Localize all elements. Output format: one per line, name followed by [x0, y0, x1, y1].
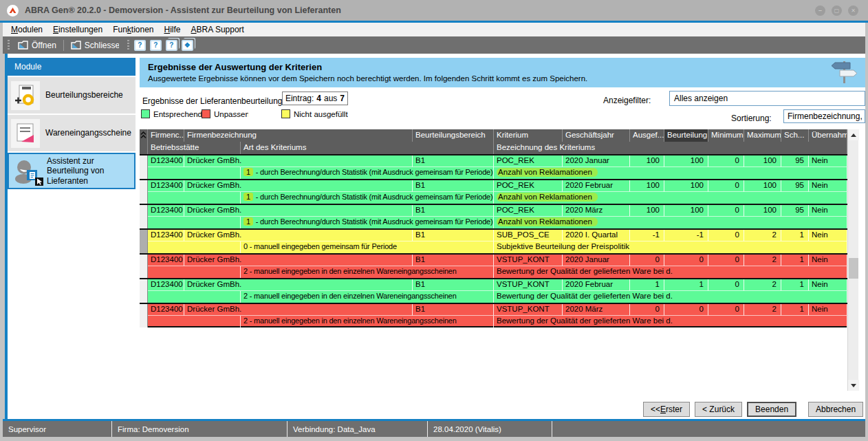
beenden-button[interactable]: Beenden — [747, 402, 796, 417]
entry-total: 7 — [340, 94, 345, 103]
column-header-betriebsstätte[interactable]: Betriebsstätte — [148, 142, 241, 154]
highlighter-annotation: 1 — [243, 217, 253, 226]
cell-schwelle: 1 — [781, 304, 809, 316]
vertical-scrollbar[interactable] — [847, 129, 858, 391]
help-bubble-icon[interactable]: ? — [134, 40, 146, 51]
legend-label: Unpassend — [214, 110, 248, 118]
menu-item-hilfe[interactable]: Hilfe — [164, 25, 181, 34]
footer-buttons: << Erster< ZurückBeendenAbbrechen — [643, 402, 863, 417]
toolbar-drag-handle[interactable] — [127, 40, 129, 51]
menu-item-abra-support[interactable]: ABRA Support — [191, 25, 244, 34]
cell-minimum: 0 — [708, 230, 744, 241]
column-header-bezeichnung-des-kriteriums[interactable]: Bezeichnung des Kriteriums — [494, 142, 847, 154]
column-header-beurteilungsbereich[interactable]: Beurteilungsbereich — [413, 129, 494, 142]
cell-art-des-kriteriums: 1 - durch Berechnung/durch Statistik (mi… — [241, 167, 494, 179]
cell-maximum: 2 — [744, 230, 781, 241]
cell-bezeichnung-des-kriteriums: Bewertung der Qualität der gelieferten W… — [494, 266, 847, 278]
cell-minimum: 0 — [708, 255, 744, 266]
cell-geschaeftsjahr: 2020 Januar — [563, 155, 630, 167]
scroll-down-icon[interactable] — [848, 380, 859, 391]
cell-betriebsstaette — [148, 291, 241, 303]
titlebar: ABRA Gen® 20.2.0 - Demoversion - Assiste… — [0, 0, 868, 21]
cell-bezeichnung-des-kriteriums: Anzahl von Reklamationen — [494, 192, 847, 204]
cell-beurteilungsbereich: B1 — [413, 155, 494, 167]
table-row[interactable]: D123400Drücker GmBh.B1POC_REK2020 Februa… — [140, 179, 858, 204]
help-pages-icon[interactable]: ? — [166, 40, 177, 51]
sidebar-item-label: Assistent zur Beurteilung von Lieferante… — [47, 156, 131, 186]
menu-item-einstellungen[interactable]: Einstellungen — [53, 25, 102, 34]
column-header-kriterium[interactable]: Kriterium — [494, 129, 563, 142]
table-row[interactable]: D123400Drücker GmBh.B1SUB_POS_CE2020 I. … — [140, 228, 858, 253]
table-row[interactable]: D123400Drücker GmBh.B1POC_REK2020 März10… — [140, 204, 858, 228]
table-row[interactable]: D123400Drücker GmBh.B1POC_REK2020 Januar… — [140, 154, 858, 179]
cell-geschaeftsjahr: 2020 März — [563, 205, 630, 217]
column-header-beurteilung[interactable]: Beurteilung — [664, 129, 708, 142]
column-header-sch[interactable]: Sch... — [781, 129, 809, 142]
cell-geschaeftsjahr: 2020 März — [563, 304, 630, 316]
open-button[interactable]: Öffnen — [14, 39, 60, 52]
status-filler — [552, 421, 865, 437]
assessment-areas-icon — [11, 81, 40, 110]
cell-bezeichnung-des-kriteriums: Subjektive Beurteilung der Preispolitik — [494, 241, 847, 253]
collapse-all-icon[interactable] — [140, 129, 148, 154]
table-row[interactable]: D123400Drücker GmBh.B1VSTUP_KONT2020 Mär… — [140, 303, 858, 327]
cell-firmenbezeichnung: Drücker GmBh. — [184, 205, 413, 217]
cell-maximum: 2 — [744, 304, 781, 316]
row-marker — [140, 155, 148, 179]
zurück-button[interactable]: < Zurück — [695, 402, 742, 417]
results-grid: Firmenc...FirmenbezeichnungBeurteilungsb… — [140, 129, 858, 391]
close-icon[interactable] — [848, 6, 858, 16]
sidebar-header: Module — [8, 58, 135, 76]
menubar: ModulenEinstellungenFunktionenHilfeABRA … — [3, 23, 865, 36]
close-module-button[interactable]: Schliessen — [67, 39, 122, 52]
column-header-übernahme[interactable]: Übernahme — [809, 129, 847, 142]
sort-select[interactable]: Firmenbezeichnung, Ge — [783, 109, 865, 123]
sidebar-item-assistent-zur-beurteilung-von-lieferanten[interactable]: Assistent zur Beurteilung von Lieferante… — [8, 153, 135, 189]
entry-of-word: aus — [324, 94, 337, 103]
cell-betriebsstaette — [148, 167, 241, 179]
column-header-firmenc[interactable]: Firmenc... — [148, 129, 184, 142]
legend-label: Nicht ausgefüllt — [294, 110, 348, 118]
cell-art-des-kriteriums: 1 - durch Berechnung/durch Statistik (mi… — [241, 217, 494, 228]
cell-kriterium: POC_REK — [494, 180, 563, 192]
column-header-firmenbezeichnung[interactable]: Firmenbezeichnung — [184, 129, 413, 142]
menu-item-modulen[interactable]: Modulen — [11, 25, 43, 34]
toolbar-drag-handle[interactable] — [8, 40, 10, 51]
column-header-maximum[interactable]: Maximum — [744, 129, 781, 142]
supplier-wizard-icon — [12, 157, 41, 186]
scrollbar-thumb[interactable] — [849, 258, 858, 279]
page-title: Ergebnisse der Auswertung der Kriterien — [148, 62, 857, 72]
sidebar-item-wareneingangsscheine[interactable]: Wareneingangsscheine — [8, 115, 135, 151]
highlighter-annotation: Anzahl von Reklamationen — [497, 217, 598, 226]
maximize-icon[interactable] — [832, 6, 842, 16]
cell-minimum: 0 — [708, 205, 744, 217]
about-pages-icon[interactable]: ❖ — [182, 40, 193, 51]
cell-geschaeftsjahr: 2020 I. Quartal — [563, 230, 630, 241]
cell-firmencode: D123400 — [148, 155, 184, 167]
column-header-ausgef[interactable]: Ausgef... — [630, 129, 664, 142]
abbrechen-button[interactable]: Abbrechen — [808, 402, 863, 417]
erster-button[interactable]: << Erster — [643, 402, 690, 417]
table-row[interactable]: D123400Drücker GmBh.B1VSTUP_KONT2020 Jan… — [140, 253, 858, 278]
folder-open-icon — [18, 41, 28, 50]
sort-label: Sortierung: — [731, 114, 772, 123]
cell-beurteilungsbereich: B1 — [413, 230, 494, 241]
column-header-geschäftsjahr[interactable]: Geschäftsjahr — [563, 129, 630, 142]
cell-geschaeftsjahr: 2020 Januar — [563, 255, 630, 266]
cell-firmencode: D123400 — [148, 180, 184, 192]
highlighter-annotation: Anzahl von Reklamationen — [497, 193, 598, 202]
sidebar-item-label: Beurteilungsbereiche — [45, 90, 123, 100]
help-box-icon[interactable]: ? — [150, 40, 162, 51]
menu-item-funktionen[interactable]: Funktionen — [113, 25, 153, 34]
sidebar-item-beurteilungsbereiche[interactable]: Beurteilungsbereiche — [8, 77, 135, 114]
scroll-up-icon[interactable] — [848, 129, 859, 140]
cell-schwelle: 95 — [781, 180, 809, 192]
display-filter-select[interactable]: Alles anzeigen — [669, 91, 865, 106]
entry-counter: Eintrag: 4 aus 7 — [282, 92, 348, 105]
minimize-icon[interactable] — [815, 6, 825, 16]
column-header-art-des-kriteriums[interactable]: Art des Kriteriums — [241, 142, 494, 154]
cell-beurteilung: 100 — [664, 205, 708, 217]
table-row[interactable]: D123400Drücker GmBh.B1VSTUP_KONT2020 Feb… — [140, 278, 858, 303]
column-header-minimum[interactable]: Minimum — [708, 129, 744, 142]
cell-firmencode: D123400 — [148, 230, 184, 241]
